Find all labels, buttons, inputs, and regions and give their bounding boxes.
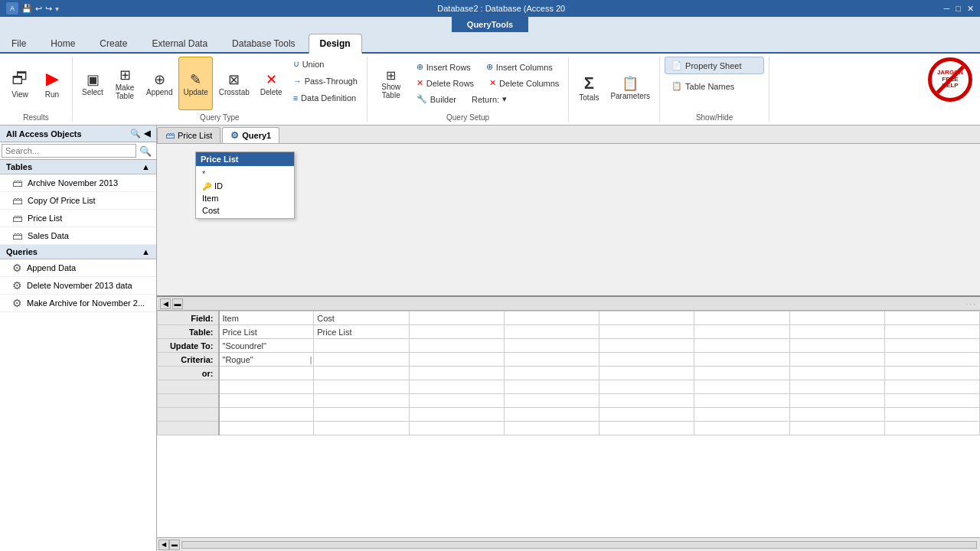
grid-cell-e3-6[interactable] xyxy=(694,408,789,422)
grid-cell-field-7[interactable] xyxy=(789,311,884,325)
nav-left-button[interactable]: ◀ xyxy=(160,298,171,309)
sidebar-section-tables[interactable]: Tables ▲ xyxy=(0,160,156,174)
delete-button[interactable]: ✕ Delete xyxy=(256,57,287,110)
scroll-track[interactable] xyxy=(181,541,977,549)
field-cost[interactable]: Cost xyxy=(196,204,294,217)
grid-cell-field-2[interactable]: Cost xyxy=(314,311,409,325)
update-button[interactable]: ✎ Update xyxy=(178,57,212,110)
grid-cell-update-4[interactable] xyxy=(504,339,599,353)
grid-cell-field-4[interactable] xyxy=(504,311,599,325)
make-table-button[interactable]: ⊞ MakeTable xyxy=(109,57,140,110)
grid-cell-field-3[interactable] xyxy=(409,311,504,325)
grid-cell-criteria-1[interactable]: "Rogue" | xyxy=(219,353,314,367)
sidebar-item-sales-data[interactable]: 🗃 Sales Data xyxy=(0,227,156,245)
quick-access-undo[interactable]: ↩ xyxy=(35,4,42,14)
grid-cell-or-1[interactable] xyxy=(219,367,314,380)
grid-cell-update-1[interactable]: "Scoundrel" xyxy=(219,339,314,353)
scroll-center-btn[interactable]: ▬ xyxy=(169,540,180,550)
grid-cell-e4-6[interactable] xyxy=(694,422,789,435)
grid-cell-criteria-4[interactable] xyxy=(504,353,599,367)
grid-cell-or-7[interactable] xyxy=(789,367,884,380)
grid-cell-or-3[interactable] xyxy=(409,367,504,380)
grid-cell-e3-8[interactable] xyxy=(884,408,979,422)
grid-cell-table-7[interactable] xyxy=(789,325,884,339)
tab-file[interactable]: File xyxy=(0,34,38,52)
grid-cell-e1-5[interactable] xyxy=(599,380,694,394)
builder-button[interactable]: 🔧 Builder xyxy=(412,92,461,106)
parameters-button[interactable]: 📋 Parameters xyxy=(606,61,655,115)
grid-cell-e4-1[interactable] xyxy=(219,422,314,435)
sidebar-search-toggle[interactable]: 🔍 xyxy=(130,129,141,139)
sidebar-collapse-toggle[interactable]: ◀ xyxy=(144,129,150,139)
grid-cell-e2-6[interactable] xyxy=(694,394,789,408)
grid-cell-criteria-7[interactable] xyxy=(789,353,884,367)
show-table-button[interactable]: ⊞ ShowTable xyxy=(372,57,410,110)
grid-cell-e2-7[interactable] xyxy=(789,394,884,408)
grid-cell-table-8[interactable] xyxy=(884,325,979,339)
tab-database-tools[interactable]: Database Tools xyxy=(220,34,307,52)
grid-cell-criteria-8[interactable] xyxy=(884,353,979,367)
grid-cell-e4-2[interactable] xyxy=(314,422,409,435)
grid-cell-e4-8[interactable] xyxy=(884,422,979,435)
field-id[interactable]: 🔑 ID xyxy=(196,180,294,192)
nav-scroll-button[interactable]: ▬ xyxy=(172,298,183,309)
grid-cell-e2-5[interactable] xyxy=(599,394,694,408)
grid-cell-e3-7[interactable] xyxy=(789,408,884,422)
grid-cell-field-8[interactable] xyxy=(884,311,979,325)
grid-cell-e4-5[interactable] xyxy=(599,422,694,435)
grid-cell-field-1[interactable]: Item xyxy=(219,311,314,325)
table-diagram[interactable]: Price List * 🔑 ID Item Cost xyxy=(157,144,980,297)
grid-cell-e4-7[interactable] xyxy=(789,422,884,435)
tab-external-data[interactable]: External Data xyxy=(140,34,219,52)
grid-cell-table-3[interactable] xyxy=(409,325,504,339)
grid-cell-e1-1[interactable] xyxy=(219,380,314,394)
sidebar-item-append-data[interactable]: ⚙ Append Data xyxy=(0,259,156,277)
append-button[interactable]: ⊕ Append xyxy=(142,57,177,110)
grid-cell-table-1[interactable]: Price List xyxy=(219,325,314,339)
grid-cell-criteria-6[interactable] xyxy=(694,353,789,367)
grid-cell-table-2[interactable]: Price List xyxy=(314,325,409,339)
grid-cell-e3-5[interactable] xyxy=(599,408,694,422)
sidebar-item-make-archive[interactable]: ⚙ Make Archive for November 2... xyxy=(0,295,156,312)
tab-create[interactable]: Create xyxy=(88,34,139,52)
data-definition-button[interactable]: ≡ Data Definition xyxy=(289,91,362,105)
insert-rows-button[interactable]: ⊕ Insert Rows xyxy=(412,60,475,74)
grid-cell-e1-7[interactable] xyxy=(789,380,884,394)
grid-cell-field-6[interactable] xyxy=(694,311,789,325)
view-button[interactable]: 🗗 View xyxy=(5,57,35,110)
grid-cell-table-4[interactable] xyxy=(504,325,599,339)
grid-cell-or-6[interactable] xyxy=(694,367,789,380)
close-btn[interactable]: ✕ xyxy=(967,4,974,14)
sidebar-item-archive-november[interactable]: 🗃 Archive November 2013 xyxy=(0,174,156,192)
grid-cell-or-5[interactable] xyxy=(599,367,694,380)
select-button[interactable]: ▣ Select xyxy=(77,57,108,110)
grid-cell-e3-3[interactable] xyxy=(409,408,504,422)
grid-cell-e3-1[interactable] xyxy=(219,408,314,422)
grid-cell-e2-8[interactable] xyxy=(884,394,979,408)
grid-cell-e4-3[interactable] xyxy=(409,422,504,435)
quick-access-save[interactable]: 💾 xyxy=(21,4,32,14)
totals-button[interactable]: Σ Totals xyxy=(573,61,604,115)
grid-cell-e1-2[interactable] xyxy=(314,380,409,394)
grid-cell-e1-6[interactable] xyxy=(694,380,789,394)
query-grid[interactable]: Field: Item Cost Table: Pric xyxy=(157,311,980,537)
union-button[interactable]: ∪ Union xyxy=(289,57,362,71)
grid-cell-criteria-5[interactable] xyxy=(599,353,694,367)
grid-cell-e2-1[interactable] xyxy=(219,394,314,408)
search-icon[interactable]: 🔍 xyxy=(136,145,155,157)
grid-cell-or-4[interactable] xyxy=(504,367,599,380)
tab-design[interactable]: Design xyxy=(309,34,362,54)
tab-home[interactable]: Home xyxy=(39,34,87,52)
grid-cell-criteria-2[interactable] xyxy=(314,353,409,367)
minimize-btn[interactable]: ─ xyxy=(944,4,950,14)
quick-access-redo[interactable]: ↪ xyxy=(45,4,52,14)
table-names-button[interactable]: 📋 Table Names xyxy=(665,77,764,95)
grid-cell-update-7[interactable] xyxy=(789,339,884,353)
bottom-scrollbar[interactable]: ◀ ▬ xyxy=(157,537,980,551)
return-button[interactable]: Return: ▾ xyxy=(467,92,511,106)
grid-cell-e1-4[interactable] xyxy=(504,380,599,394)
field-item[interactable]: Item xyxy=(196,192,294,204)
grid-cell-field-5[interactable] xyxy=(599,311,694,325)
grid-cell-or-2[interactable] xyxy=(314,367,409,380)
doc-tab-price-list[interactable]: 🗃 Price List xyxy=(157,127,220,143)
